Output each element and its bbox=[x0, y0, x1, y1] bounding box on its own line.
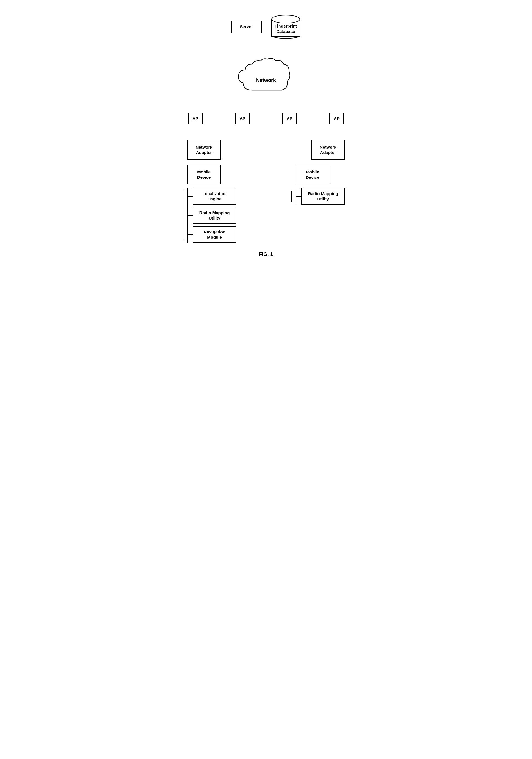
localization-engine-label: LocalizationEngine bbox=[202, 191, 227, 202]
mobile-device-left: MobileDevice bbox=[187, 165, 221, 184]
sub-items-list-right: Radio MappingUtility bbox=[296, 188, 345, 205]
network-adapter-right-label: NetworkAdapter bbox=[320, 144, 336, 155]
ap-label-0: AP bbox=[192, 116, 198, 121]
sub-item-row-1: Radio MappingUtility bbox=[188, 207, 236, 224]
diagram: Server FingerprintDatabase Netw bbox=[173, 11, 359, 257]
radio-mapping-utility-right-label: Radio MappingUtility bbox=[308, 191, 338, 202]
network-adapter-left: NetworkAdapter bbox=[187, 140, 221, 160]
network-label: Network bbox=[256, 77, 276, 83]
server-label: Server bbox=[240, 24, 253, 29]
ap-box-2: AP bbox=[282, 113, 297, 124]
mobile-device-right: MobileDevice bbox=[296, 165, 329, 184]
svg-point-14 bbox=[272, 15, 300, 23]
fig-label: FIG. 1 bbox=[259, 252, 273, 257]
sub-items-group-right: Radio MappingUtility bbox=[296, 188, 345, 205]
ap-row: AP AP AP AP bbox=[183, 113, 350, 124]
right-device-group: MobileDevice Radio MappingUtility bbox=[296, 165, 345, 205]
ap-box-3: AP bbox=[329, 113, 344, 124]
svg-line-8 bbox=[243, 124, 325, 140]
sub-item-row-2: NavigationModule bbox=[188, 226, 236, 243]
network-adapter-left-label: NetworkAdapter bbox=[196, 144, 212, 155]
mobile-device-left-label: MobileDevice bbox=[197, 169, 211, 180]
adapter-row: NetworkAdapter NetworkAdapter bbox=[184, 140, 348, 160]
radio-mapping-utility-right-box: Radio MappingUtility bbox=[301, 188, 345, 205]
ap-label-1: AP bbox=[240, 116, 245, 121]
ap-label-3: AP bbox=[334, 116, 340, 121]
svg-line-9 bbox=[289, 124, 328, 140]
radio-mapping-utility-left-label: Radio MappingUtility bbox=[200, 210, 230, 221]
radio-mapping-utility-left-box: Radio MappingUtility bbox=[193, 207, 236, 224]
navigation-module-label: NavigationModule bbox=[204, 229, 225, 240]
network-cloud: Network bbox=[235, 56, 297, 101]
localization-engine-box: LocalizationEngine bbox=[193, 188, 236, 205]
network-adapter-right: NetworkAdapter bbox=[311, 140, 345, 160]
sub-item-row-right-0: Radio MappingUtility bbox=[296, 188, 345, 205]
ap-label-2: AP bbox=[287, 116, 292, 121]
svg-line-6 bbox=[196, 124, 204, 140]
mobile-row: MobileDevice LocalizationEngine bbox=[184, 165, 348, 243]
ap-box-0: AP bbox=[188, 113, 203, 124]
fingerprint-db: FingerprintDatabase bbox=[270, 14, 301, 39]
ap-box-1: AP bbox=[235, 113, 250, 124]
sub-items-group-left: LocalizationEngine Radio MappingUtility … bbox=[187, 188, 236, 243]
navigation-module-box: NavigationModule bbox=[193, 226, 236, 243]
svg-line-7 bbox=[207, 124, 243, 140]
server-box: Server bbox=[231, 20, 262, 33]
svg-line-10 bbox=[336, 124, 340, 140]
figure-caption: FIG. 1 bbox=[259, 252, 273, 257]
sub-items-list: LocalizationEngine Radio MappingUtility … bbox=[188, 188, 236, 243]
left-device-group: MobileDevice LocalizationEngine bbox=[187, 165, 236, 243]
sub-item-row-0: LocalizationEngine bbox=[188, 188, 236, 205]
svg-line-12 bbox=[313, 160, 328, 165]
top-row: Server FingerprintDatabase bbox=[173, 14, 359, 39]
page: Server FingerprintDatabase Netw bbox=[168, 0, 364, 274]
mobile-device-right-label: MobileDevice bbox=[306, 169, 319, 180]
fingerprint-db-label: FingerprintDatabase bbox=[275, 23, 297, 34]
